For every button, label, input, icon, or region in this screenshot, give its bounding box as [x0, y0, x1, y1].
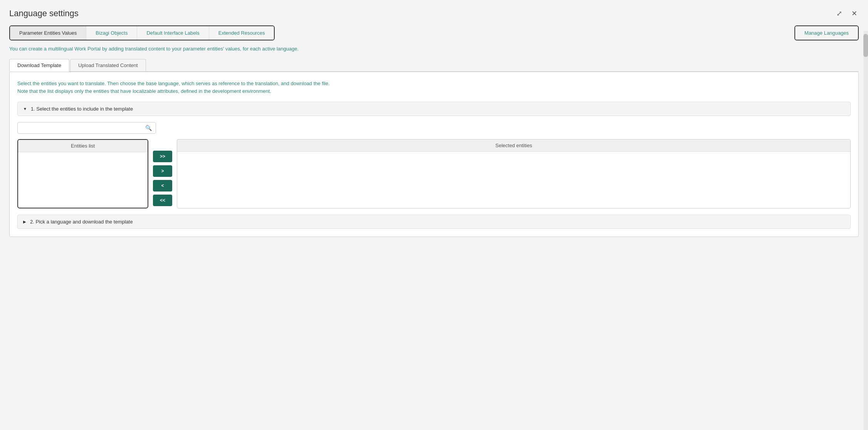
entities-list-box: Entities list: [17, 139, 148, 208]
section2-arrow-icon: ▶: [23, 220, 26, 224]
modal-actions: ⤢ ✕: [835, 8, 859, 19]
top-tabs-box: Parameter Entities Values Bizagi Objects…: [9, 25, 275, 40]
tab-extended-resources[interactable]: Extended Resources: [209, 26, 274, 40]
top-tabs-wrapper: Parameter Entities Values Bizagi Objects…: [9, 25, 859, 40]
panel-description-line1: Select the entities you want to translat…: [17, 80, 851, 88]
search-wrapper: 🔍: [17, 122, 156, 134]
section1-arrow-icon: ▼: [23, 107, 27, 111]
close-button[interactable]: ✕: [850, 8, 859, 19]
tab-default-interface[interactable]: Default Interface Labels: [137, 26, 209, 40]
info-text: You can create a multilingual Work Porta…: [9, 45, 859, 53]
content-panel: Select the entities you want to translat…: [9, 72, 859, 237]
inner-tabs: Download Template Upload Translated Cont…: [9, 59, 859, 72]
entities-list-body: [18, 152, 148, 206]
scrollbar-thumb: [863, 34, 868, 57]
transfer-area: Entities list >> > < << Selected entitie…: [17, 139, 851, 208]
section1-row[interactable]: ▼ 1. Select the entities to include in t…: [17, 102, 851, 116]
tab-download-template[interactable]: Download Template: [9, 59, 69, 72]
expand-icon: ⤢: [836, 9, 842, 18]
add-all-button[interactable]: >>: [153, 151, 172, 162]
modal-title: Language settings: [9, 8, 79, 18]
expand-button[interactable]: ⤢: [835, 8, 844, 19]
add-one-button[interactable]: >: [153, 165, 172, 177]
modal-header: Language settings ⤢ ✕: [9, 8, 859, 19]
modal-container: Language settings ⤢ ✕ Parameter Entities…: [0, 0, 868, 430]
close-icon: ✕: [851, 9, 857, 18]
tab-upload-translated[interactable]: Upload Translated Content: [70, 59, 146, 71]
entities-list-header: Entities list: [18, 140, 148, 152]
selected-entities-box: Selected entities: [177, 139, 851, 208]
transfer-buttons: >> > < <<: [153, 151, 172, 206]
section2-label: 2. Pick a language and download the temp…: [30, 219, 133, 225]
section1-label: 1. Select the entities to include in the…: [31, 106, 133, 112]
manage-languages-button[interactable]: Manage Languages: [795, 26, 858, 40]
tab-param-entities[interactable]: Parameter Entities Values: [10, 26, 86, 40]
remove-all-button[interactable]: <<: [153, 195, 172, 206]
search-icon: 🔍: [145, 125, 152, 131]
panel-description-line2: Note that the list displays only the ent…: [17, 87, 851, 96]
remove-one-button[interactable]: <: [153, 180, 172, 191]
scrollbar-track[interactable]: [863, 31, 868, 430]
tab-bizagi-objects[interactable]: Bizagi Objects: [86, 26, 137, 40]
search-input[interactable]: [22, 125, 145, 131]
panel-description: Select the entities you want to translat…: [17, 80, 851, 96]
selected-entities-body: [177, 152, 850, 206]
section2-row[interactable]: ▶ 2. Pick a language and download the te…: [17, 215, 851, 229]
manage-languages-box: Manage Languages: [794, 25, 859, 40]
selected-entities-header: Selected entities: [177, 139, 850, 152]
